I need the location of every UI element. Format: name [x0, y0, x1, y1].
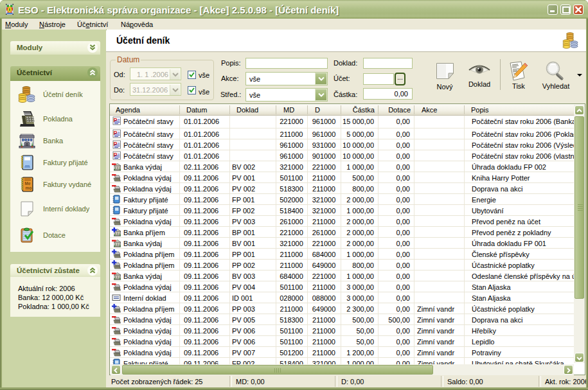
svg-text:P: P: [114, 152, 118, 158]
svg-text:P: P: [114, 141, 118, 147]
svg-text:P: P: [114, 117, 118, 123]
svg-text:P: P: [114, 130, 118, 136]
svg-text:mo: mo: [26, 186, 32, 190]
